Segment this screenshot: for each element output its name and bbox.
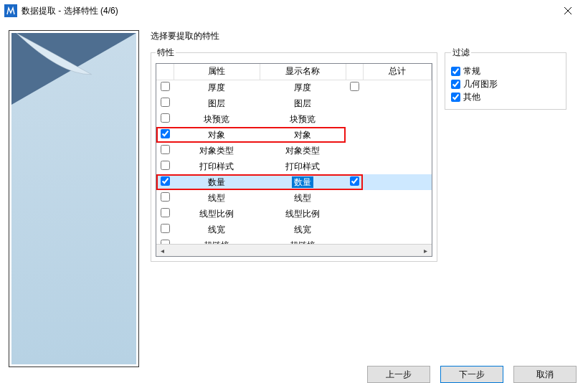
filter-label: 几何图形 — [463, 78, 498, 90]
cancel-button[interactable]: 取消 — [513, 366, 577, 383]
cell-total — [363, 159, 432, 174]
total-checkbox[interactable] — [350, 176, 359, 186]
table-row[interactable]: 数量数量 — [156, 174, 432, 190]
filter-item[interactable]: 其他 — [451, 90, 560, 103]
cell-attr: 厚度 — [174, 80, 260, 95]
row-checkbox[interactable] — [161, 129, 170, 138]
total-checkbox[interactable] — [350, 82, 359, 91]
col-attr[interactable]: 属性 — [174, 64, 260, 80]
cell-attr: 数量 — [174, 174, 260, 190]
filter-checkbox[interactable] — [451, 80, 460, 89]
cell-total — [363, 95, 432, 111]
cell-attr: 块预览 — [174, 111, 260, 127]
cell-attr: 对象类型 — [174, 143, 260, 159]
table-row[interactable]: 对象类型对象类型 — [156, 143, 432, 159]
table-row[interactable]: 对象对象 — [156, 127, 432, 143]
cell-display: 对象 — [260, 127, 346, 143]
table-row[interactable]: 线型线型 — [156, 190, 432, 206]
app-icon — [4, 4, 17, 17]
cell-display: 图层 — [260, 95, 346, 111]
col-display[interactable]: 显示名称 — [260, 64, 346, 80]
table-row[interactable]: 块预览块预览 — [156, 111, 432, 127]
table-row[interactable]: 打印样式打印样式 — [156, 159, 432, 174]
filter-label: 其他 — [463, 91, 480, 103]
next-button[interactable]: 下一步 — [440, 366, 503, 383]
cell-total — [363, 80, 432, 95]
row-checkbox[interactable] — [161, 113, 170, 123]
row-checkbox[interactable] — [161, 208, 170, 217]
cell-attr: 对象 — [174, 127, 260, 143]
cell-display: 对象类型 — [260, 143, 346, 159]
row-checkbox[interactable] — [161, 176, 170, 186]
cell-display: 块预览 — [260, 111, 346, 127]
row-checkbox[interactable] — [161, 82, 170, 91]
window-title: 数据提取 - 选择特性 (4/6) — [22, 5, 554, 17]
filter-group: 过滤 常规几何图形其他 — [445, 47, 566, 110]
properties-table[interactable]: 属性 显示名称 总计 厚度厚度图层图层块预览块预览对象对象对象类型对象类型打印样… — [156, 63, 432, 257]
table-row[interactable]: 线型比例线型比例 — [156, 206, 432, 222]
properties-legend: 特性 — [156, 47, 176, 59]
back-button[interactable]: 上一步 — [367, 366, 430, 383]
cell-total — [363, 174, 432, 190]
table-row[interactable]: 图层图层 — [156, 95, 432, 111]
row-checkbox[interactable] — [161, 145, 170, 154]
row-checkbox[interactable] — [161, 224, 170, 233]
cell-total — [363, 127, 432, 143]
cell-total — [363, 206, 432, 222]
row-checkbox[interactable] — [161, 192, 170, 202]
row-checkbox[interactable] — [161, 98, 170, 107]
row-checkbox[interactable] — [161, 161, 170, 170]
cell-display: 线型比例 — [260, 206, 346, 222]
titlebar: 数据提取 - 选择特性 (4/6) — [0, 0, 588, 22]
filter-legend: 过滤 — [451, 47, 471, 59]
col-total[interactable]: 总计 — [363, 64, 432, 80]
cell-display: 线宽 — [260, 222, 346, 237]
cell-attr: 线型比例 — [174, 206, 260, 222]
cell-total — [363, 190, 432, 206]
prompt-label: 选择要提取的特性 — [151, 30, 579, 42]
cell-display: 打印样式 — [260, 159, 346, 174]
cell-total — [363, 222, 432, 237]
table-row[interactable]: 线宽线宽 — [156, 222, 432, 237]
cell-attr: 线型 — [174, 190, 260, 206]
cell-attr: 打印样式 — [174, 159, 260, 174]
col-totchk[interactable] — [346, 64, 363, 80]
cell-display: 线型 — [260, 190, 346, 206]
scroll-left-icon[interactable]: ◂ — [156, 245, 169, 257]
properties-group: 特性 属性 显示名称 总计 — [151, 47, 437, 262]
scroll-right-icon[interactable]: ▸ — [419, 245, 432, 257]
cell-total — [363, 143, 432, 159]
cell-attr: 图层 — [174, 95, 260, 111]
cell-attr: 线宽 — [174, 222, 260, 237]
table-row[interactable]: 厚度厚度 — [156, 80, 432, 95]
cell-total — [363, 111, 432, 127]
cell-display: 厚度 — [260, 80, 346, 95]
filter-checkbox[interactable] — [451, 67, 460, 76]
close-button[interactable] — [554, 0, 582, 22]
h-scrollbar[interactable]: ◂ ▸ — [156, 244, 432, 256]
filter-item[interactable]: 几何图形 — [451, 77, 560, 90]
button-row: 上一步 下一步 取消 — [151, 360, 579, 383]
filter-checkbox[interactable] — [451, 93, 460, 102]
preview-pane — [9, 30, 139, 367]
col-check[interactable] — [156, 64, 174, 80]
filter-item[interactable]: 常规 — [451, 65, 560, 77]
filter-label: 常规 — [463, 65, 480, 77]
cell-display: 数量 — [260, 174, 346, 190]
